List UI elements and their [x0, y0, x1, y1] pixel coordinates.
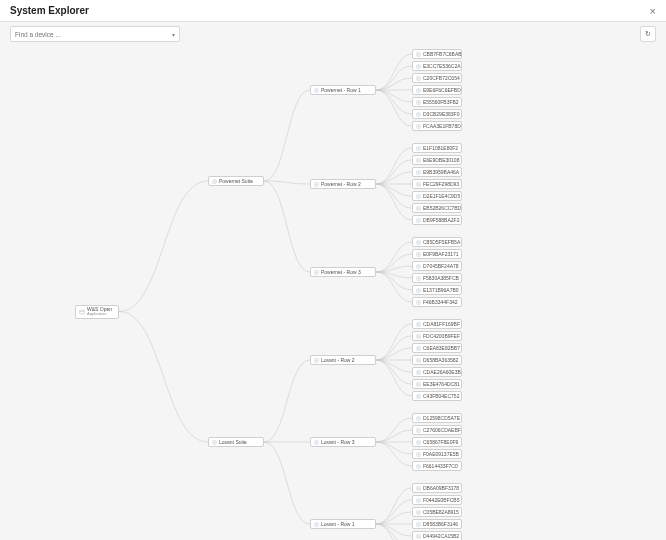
leaf-node[interactable]: F6614433F7C0 [412, 461, 462, 471]
suite-node[interactable]: Powernet Suite [208, 176, 264, 186]
leaf-node[interactable]: C20CFB72C654 [412, 73, 462, 83]
leaf-node[interactable]: D12598CD5A7E [412, 413, 462, 423]
leaf-node[interactable]: D658BA363582 [412, 355, 462, 365]
root-node[interactable]: W&S OpenApplication [75, 305, 119, 319]
svg-point-63 [418, 417, 419, 418]
svg-rect-26 [417, 206, 421, 210]
svg-rect-18 [417, 158, 421, 162]
svg-point-65 [418, 429, 419, 430]
row-node[interactable]: Powernet - Row 2 [310, 179, 376, 189]
svg-rect-14 [315, 88, 319, 92]
node-label: EE3E4764DC81 [423, 382, 460, 387]
row-node[interactable]: Losant - Row 2 [310, 355, 376, 365]
svg-rect-24 [417, 194, 421, 198]
leaf-node[interactable]: E55560FB3FB2 [412, 97, 462, 107]
svg-rect-62 [417, 416, 421, 420]
leaf-node[interactable]: D44942CA15B2 [412, 531, 462, 540]
svg-point-37 [418, 265, 419, 266]
svg-point-15 [316, 89, 317, 90]
node-label: F5830A385FCB [423, 276, 459, 281]
node-label: E55560FB3FB2 [423, 100, 459, 105]
svg-rect-78 [417, 510, 421, 514]
leaf-node[interactable]: C05BE82A8915 [412, 507, 462, 517]
leaf-node[interactable]: C85D5F5EFB5A [412, 237, 462, 247]
node-label: C85D5F5EFB5A [423, 240, 460, 245]
leaf-node[interactable]: FCAA3E1FB78D [412, 121, 462, 131]
refresh-button[interactable]: ↻ [640, 26, 656, 42]
node-label: Losant - Row 1 [321, 522, 355, 527]
leaf-node[interactable]: FEC29F298D93 [412, 179, 462, 189]
close-button[interactable]: × [650, 5, 656, 17]
leaf-node[interactable]: C6EA83E82BB7 [412, 343, 462, 353]
svg-point-49 [418, 335, 419, 336]
svg-rect-72 [315, 440, 319, 444]
svg-rect-42 [417, 300, 421, 304]
row-node[interactable]: Losant - Row 3 [310, 437, 376, 447]
leaf-node[interactable]: E6E9DBE30108 [412, 155, 462, 165]
svg-rect-50 [417, 346, 421, 350]
svg-rect-46 [417, 322, 421, 326]
node-label: CDAE26A60E3B [423, 370, 461, 375]
node-label: D12598CD5A7E [423, 416, 460, 421]
node-label: FDC4200B9FEF [423, 334, 460, 339]
leaf-node[interactable]: FDC4200B9FEF [412, 331, 462, 341]
node-label: D8583B6F3146 [423, 522, 458, 527]
svg-rect-54 [417, 370, 421, 374]
svg-point-1 [418, 53, 419, 54]
leaf-node[interactable]: C65867F8E0F9 [412, 437, 462, 447]
leaf-node[interactable]: F0442E0BFCB5 [412, 495, 462, 505]
svg-rect-88 [315, 522, 319, 526]
search-input[interactable] [15, 31, 155, 38]
svg-rect-2 [417, 64, 421, 68]
device-search[interactable]: ▾ [10, 26, 180, 42]
svg-rect-16 [417, 146, 421, 150]
svg-point-5 [418, 77, 419, 78]
svg-point-79 [418, 511, 419, 512]
header: System Explorer × [0, 0, 666, 22]
leaf-node[interactable]: D3CB29E383F0 [412, 109, 462, 119]
svg-rect-48 [417, 334, 421, 338]
row-node[interactable]: Powernet - Row 3 [310, 267, 376, 277]
leaf-node[interactable]: E3CC7E536C2A [412, 61, 462, 71]
node-label: F6614433F7C0 [423, 464, 458, 469]
svg-point-59 [418, 395, 419, 396]
leaf-node[interactable]: CBB7FB7C6BAB [412, 49, 462, 59]
suite-node[interactable]: Losant Suite [208, 437, 264, 447]
leaf-node[interactable]: CDA81FF169BF [412, 319, 462, 329]
leaf-node[interactable]: EB52B26CC7BD [412, 203, 462, 213]
leaf-node[interactable]: F46B3344F342 [412, 297, 462, 307]
leaf-node[interactable]: C27606CDAEBF [412, 425, 462, 435]
leaf-node[interactable]: DB9F588BA2F2 [412, 215, 462, 225]
leaf-node[interactable]: E0F9BAF23171 [412, 249, 462, 259]
leaf-node[interactable]: F5830A385FCB [412, 273, 462, 283]
leaf-node[interactable]: F0AE09137E5B [412, 449, 462, 459]
leaf-node[interactable]: EE3E4764DC81 [412, 379, 462, 389]
svg-rect-6 [417, 88, 421, 92]
leaf-node[interactable]: D8583B6F3146 [412, 519, 462, 529]
leaf-node[interactable]: D7045BF24A78 [412, 261, 462, 271]
node-label: CDA81FF169BF [423, 322, 460, 327]
leaf-node[interactable]: C43FB04EC752 [412, 391, 462, 401]
node-label: C65867F8E0F9 [423, 440, 458, 445]
toolbar: ▾ ↻ [0, 22, 666, 46]
leaf-node[interactable]: E9B3959BA46A [412, 167, 462, 177]
svg-point-35 [418, 253, 419, 254]
svg-point-75 [418, 487, 419, 488]
node-label: DB6A09BF3178 [423, 486, 459, 491]
node-label: DB9F588BA2F2 [423, 218, 459, 223]
svg-point-83 [418, 535, 419, 536]
svg-rect-90 [213, 179, 217, 183]
leaf-node[interactable]: CDAE26A60E3B [412, 367, 462, 377]
leaf-node[interactable]: E1F1081E80F2 [412, 143, 462, 153]
svg-rect-52 [417, 358, 421, 362]
leaf-node[interactable]: E9E6F6C6EFBD [412, 85, 462, 95]
svg-point-67 [418, 441, 419, 442]
leaf-node[interactable]: E1371B96A7B0 [412, 285, 462, 295]
refresh-icon: ↻ [645, 30, 651, 38]
leaf-node[interactable]: DB6A09BF3178 [412, 483, 462, 493]
leaf-node[interactable]: D2E1F1E4C9D5 [412, 191, 462, 201]
svg-point-19 [418, 159, 419, 160]
row-node[interactable]: Powernet - Row 1 [310, 85, 376, 95]
row-node[interactable]: Losant - Row 1 [310, 519, 376, 529]
svg-point-23 [418, 183, 419, 184]
